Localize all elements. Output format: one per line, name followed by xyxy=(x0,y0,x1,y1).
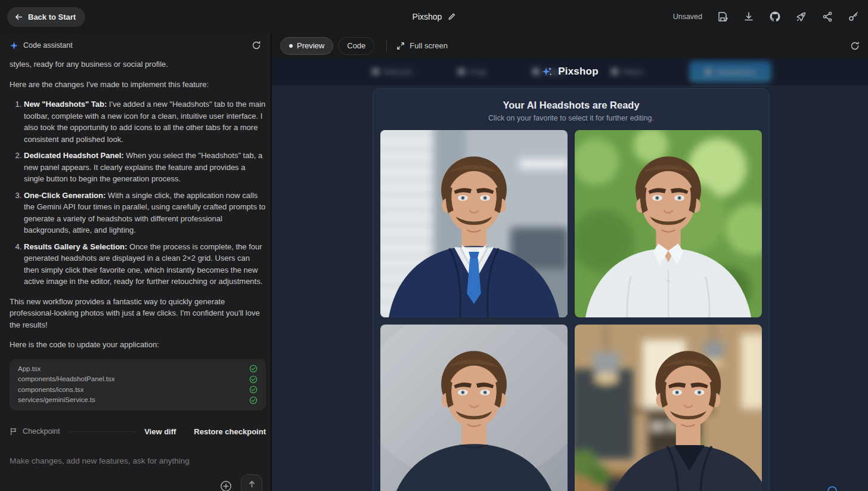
check-circle-icon xyxy=(249,365,258,373)
tab-preview[interactable]: Preview xyxy=(280,37,333,55)
restore-checkpoint-button[interactable]: Restore checkpoint xyxy=(194,426,266,438)
download-icon[interactable] xyxy=(743,11,755,23)
generated-file-row[interactable]: services/geminiService.ts xyxy=(18,395,258,406)
results-subheading: Click on your favorite to select it for … xyxy=(381,114,761,122)
tab-preview-label: Preview xyxy=(297,41,324,50)
full-screen-button[interactable]: Full screen xyxy=(396,41,448,50)
flag-icon xyxy=(10,427,18,436)
check-circle-icon xyxy=(249,385,258,394)
change-item: New "Headshots" Tab: I've added a new "H… xyxy=(24,98,266,145)
share-icon[interactable] xyxy=(822,11,833,23)
back-to-start-button[interactable]: Back to Start xyxy=(7,7,85,27)
app-sticky-header: Pixshop xyxy=(272,58,868,85)
save-icon[interactable] xyxy=(717,11,728,23)
top-bar: Back to Start Pixshop Unsaved xyxy=(0,0,868,33)
preview-refresh-icon[interactable] xyxy=(850,41,860,51)
message-code-intro: Here is the code to update your applicat… xyxy=(10,339,266,351)
headshot-grid xyxy=(381,130,761,491)
headshot-office[interactable] xyxy=(380,130,568,317)
app-title: Pixshop xyxy=(558,66,599,78)
change-item: Dedicated Headshot Panel: When you selec… xyxy=(24,150,266,185)
headshot-outdoor[interactable] xyxy=(575,130,762,317)
checkpoint-row: Checkpoint View diff Restore checkpoint xyxy=(10,426,266,438)
headshot-studio[interactable] xyxy=(380,325,568,491)
send-button[interactable] xyxy=(241,474,262,491)
check-circle-icon xyxy=(249,375,258,384)
tab-code[interactable]: Code xyxy=(338,37,374,55)
unsaved-status: Unsaved xyxy=(673,13,702,21)
headshot-loft[interactable] xyxy=(575,325,762,491)
change-item: One-Click Generation: With a single clic… xyxy=(24,190,266,236)
pixshop-sparkle-icon xyxy=(541,66,553,78)
back-to-start-label: Back to Start xyxy=(28,13,76,21)
divider xyxy=(69,431,137,432)
composer-placeholder: Make changes, add new features, ask for … xyxy=(10,456,261,465)
changes-list: New "Headshots" Tab: I've added a new "H… xyxy=(11,98,266,288)
selected-dot xyxy=(289,44,293,48)
deploy-rocket-icon[interactable] xyxy=(795,11,807,23)
divider xyxy=(386,39,387,53)
composer[interactable]: Make changes, add new features, ask for … xyxy=(0,444,271,491)
change-item: Results Gallery & Selection: Once the pr… xyxy=(24,241,266,288)
github-icon[interactable] xyxy=(769,11,781,23)
app-viewport: RetouchCropAdjustFiltersHeadshots Pixsho… xyxy=(272,58,868,491)
generated-file-row[interactable]: components/icons.tsx xyxy=(18,385,258,396)
full-screen-label: Full screen xyxy=(410,41,448,50)
assistant-message: styles, ready for any business or social… xyxy=(0,57,271,444)
project-title: Pixshop xyxy=(413,12,442,21)
back-arrow-icon xyxy=(14,13,23,21)
full-screen-icon xyxy=(396,42,405,50)
generated-file-row[interactable]: App.tsx xyxy=(18,364,258,375)
generated-file-row[interactable]: components/HeadshotPanel.tsx xyxy=(18,374,258,385)
message-changes-intro: Here are the changes I've made to implem… xyxy=(10,79,266,91)
view-diff-button[interactable]: View diff xyxy=(144,426,176,438)
preview-toolbar: Preview Code Full screen xyxy=(272,33,868,58)
generated-files-card: App.tsxcomponents/HeadshotPanel.tsxcompo… xyxy=(10,359,266,410)
refresh-icon[interactable] xyxy=(252,41,261,50)
api-key-icon[interactable] xyxy=(848,11,860,23)
checkpoint-label: Checkpoint xyxy=(23,426,60,438)
assistant-title: Code assistant xyxy=(23,41,73,50)
tab-code-label: Code xyxy=(347,41,365,50)
message-intro-fragment: styles, ready for any business or social… xyxy=(10,58,266,70)
results-heading: Your AI Headshots are Ready xyxy=(381,100,761,111)
message-closing: This new workflow provides a fantastic w… xyxy=(10,296,266,331)
watermark-badge-icon xyxy=(827,486,837,491)
check-circle-icon xyxy=(249,396,258,404)
code-assistant-panel: Code assistant styles, ready for any bus… xyxy=(0,33,271,491)
attach-plus-icon[interactable] xyxy=(219,480,232,491)
spark-icon xyxy=(10,41,18,50)
preview-panel: Preview Code Full screen RetouchCropAdju… xyxy=(272,33,868,491)
rename-pencil-icon[interactable] xyxy=(447,13,455,21)
headshot-results-card: Your AI Headshots are Ready Click on you… xyxy=(373,88,770,491)
